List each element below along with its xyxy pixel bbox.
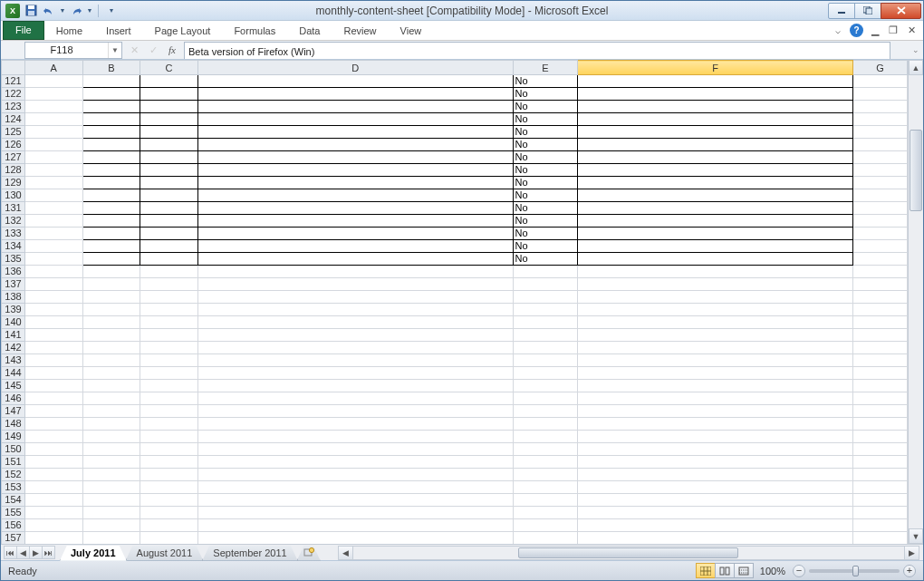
cell[interactable] <box>513 469 578 481</box>
cell[interactable] <box>24 189 82 202</box>
cell[interactable] <box>82 342 140 354</box>
cell[interactable] <box>513 481 578 494</box>
cell[interactable] <box>82 431 140 443</box>
row-header[interactable]: 132 <box>2 215 25 228</box>
cell[interactable] <box>140 88 198 101</box>
cell[interactable] <box>578 291 853 304</box>
cell[interactable] <box>140 431 198 443</box>
page-break-view-button[interactable] <box>734 563 754 578</box>
row-header[interactable]: 130 <box>2 189 25 202</box>
row-header[interactable]: 151 <box>2 456 25 469</box>
cell[interactable] <box>24 316 82 329</box>
cell[interactable] <box>197 113 513 126</box>
file-tab[interactable]: File <box>3 21 44 40</box>
cell[interactable] <box>24 202 82 215</box>
vscroll-track[interactable] <box>909 75 923 528</box>
cell[interactable] <box>853 367 908 380</box>
new-sheet-button[interactable] <box>297 546 321 561</box>
cell[interactable] <box>24 329 82 342</box>
hscroll-thumb[interactable] <box>518 547 738 558</box>
workbook-restore-icon[interactable]: ❐ <box>887 24 900 37</box>
cell[interactable] <box>24 354 82 367</box>
cell[interactable] <box>578 354 853 367</box>
formula-input-wrap[interactable] <box>184 42 890 59</box>
cell[interactable] <box>82 253 140 266</box>
cell[interactable] <box>140 215 198 228</box>
cell[interactable] <box>513 316 578 329</box>
cell[interactable] <box>140 253 198 266</box>
cell[interactable] <box>578 88 853 101</box>
cell[interactable] <box>578 177 853 189</box>
cell[interactable] <box>853 253 908 266</box>
cell[interactable] <box>578 507 853 519</box>
scroll-up-button[interactable]: ▲ <box>909 60 923 75</box>
cell[interactable] <box>578 494 853 507</box>
scroll-down-button[interactable]: ▼ <box>909 528 923 544</box>
cell[interactable] <box>140 240 198 253</box>
help-icon[interactable]: ? <box>850 24 863 37</box>
row-header[interactable]: 153 <box>2 481 25 494</box>
cell[interactable] <box>82 494 140 507</box>
row-header[interactable]: 134 <box>2 240 25 253</box>
cell[interactable] <box>578 126 853 139</box>
cell[interactable] <box>24 431 82 443</box>
cell[interactable] <box>24 532 82 545</box>
row-header[interactable]: 122 <box>2 88 25 101</box>
hscroll-track[interactable] <box>353 546 904 560</box>
zoom-in-button[interactable]: + <box>903 565 916 577</box>
cell[interactable] <box>82 228 140 240</box>
cell[interactable] <box>140 75 198 88</box>
cell[interactable] <box>513 329 578 342</box>
cell[interactable] <box>197 494 513 507</box>
row-header[interactable]: 121 <box>2 75 25 88</box>
cell[interactable] <box>578 329 853 342</box>
cell[interactable] <box>24 126 82 139</box>
cell[interactable] <box>578 469 853 481</box>
zoom-track[interactable] <box>809 569 900 573</box>
save-icon[interactable] <box>23 3 39 19</box>
cell[interactable] <box>513 507 578 519</box>
cell[interactable] <box>82 443 140 456</box>
row-header[interactable]: 146 <box>2 392 25 405</box>
cell[interactable] <box>853 126 908 139</box>
cell[interactable] <box>140 507 198 519</box>
cell[interactable] <box>24 342 82 354</box>
tab-nav-next-icon[interactable]: ▶ <box>29 546 43 559</box>
cell[interactable] <box>140 291 198 304</box>
cell[interactable]: No <box>513 177 578 189</box>
cell[interactable] <box>853 88 908 101</box>
cell[interactable] <box>513 266 578 278</box>
undo-dropdown-icon[interactable]: ▼ <box>59 3 66 19</box>
row-header[interactable]: 135 <box>2 253 25 266</box>
cell[interactable] <box>853 75 908 88</box>
cell[interactable] <box>82 113 140 126</box>
row-header[interactable]: 148 <box>2 418 25 431</box>
cell[interactable] <box>140 443 198 456</box>
cell[interactable] <box>82 354 140 367</box>
cell[interactable] <box>853 189 908 202</box>
horizontal-scrollbar[interactable]: ◀ ▶ <box>338 546 919 560</box>
cell[interactable] <box>82 367 140 380</box>
cell[interactable]: No <box>513 228 578 240</box>
cell[interactable]: No <box>513 126 578 139</box>
row-header[interactable]: 126 <box>2 139 25 151</box>
cell[interactable] <box>197 266 513 278</box>
row-header[interactable]: 155 <box>2 507 25 519</box>
cell[interactable] <box>197 151 513 164</box>
cell[interactable] <box>197 507 513 519</box>
cell[interactable] <box>24 113 82 126</box>
cell[interactable] <box>853 405 908 418</box>
cell[interactable]: No <box>513 75 578 88</box>
cell[interactable] <box>853 278 908 291</box>
zoom-thumb[interactable] <box>852 566 859 576</box>
ribbon-tab-home[interactable]: Home <box>44 22 94 40</box>
zoom-percentage[interactable]: 100% <box>758 566 787 576</box>
minimize-button[interactable] <box>828 3 855 19</box>
cell[interactable] <box>853 240 908 253</box>
cell[interactable] <box>197 354 513 367</box>
cell[interactable] <box>578 113 853 126</box>
cell[interactable] <box>24 215 82 228</box>
vertical-scrollbar[interactable]: ▲ ▼ <box>908 60 923 544</box>
cell[interactable] <box>24 278 82 291</box>
cell[interactable] <box>24 151 82 164</box>
